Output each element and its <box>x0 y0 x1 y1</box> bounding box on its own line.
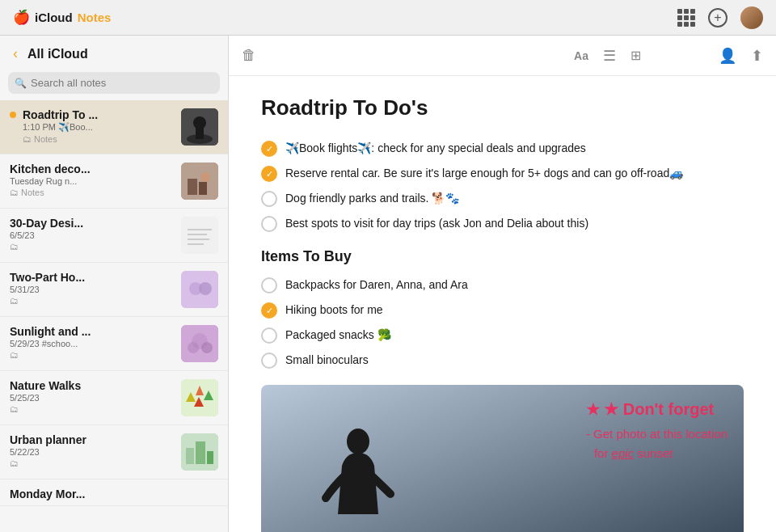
dont-forget-overlay: ★ ★ Don't forget - Get photo at this loc… <box>586 398 728 463</box>
list-item[interactable]: Two-Part Ho... 5/31/23 🗂 <box>0 263 228 317</box>
checklist-item: Small binoculars <box>261 352 744 369</box>
dont-forget-line2: - Get photo at this location <box>586 424 728 444</box>
note-thumbnail <box>181 217 218 254</box>
svg-rect-27 <box>196 441 205 464</box>
note-title: Kitchen deco... <box>10 163 175 175</box>
search-input[interactable] <box>8 72 220 94</box>
note-meta: 6/5/23 <box>10 230 175 240</box>
note-item-content: Monday Mor... <box>10 488 218 500</box>
search-icon: 🔍 <box>15 78 27 89</box>
list-item[interactable]: 30-Day Desi... 6/5/23 🗂 <box>0 209 228 263</box>
list-item[interactable]: Monday Mor... <box>0 479 228 506</box>
note-meta: 5/29/23 #schoo... <box>10 339 175 348</box>
checklist-item-text: Best spots to visit for day trips (ask J… <box>285 215 588 232</box>
svg-point-2 <box>193 116 206 129</box>
back-button[interactable]: ‹ <box>10 42 21 65</box>
note-item-content: Sunlight and ... 5/29/23 #schoo... 🗂 <box>10 325 175 360</box>
section-heading-buy: Items To Buy <box>261 248 744 265</box>
note-folder: 🗂 <box>10 296 175 306</box>
checklist-item: ✓ Hiking boots for me <box>261 302 744 319</box>
content-toolbar: 🗑 Aa ☰ ⊞ 👤 ⬆ <box>229 36 776 76</box>
list-item[interactable]: Nature Walks 5/25/23 🗂 <box>0 371 228 425</box>
folder-icon: 🗂 <box>10 296 19 306</box>
svg-point-7 <box>200 172 210 182</box>
notes-list: Roadtrip To ... 1:10 PM ✈️Boo... 🗂 Notes <box>0 100 228 532</box>
checkbox-checked[interactable]: ✓ <box>261 141 277 157</box>
export-button[interactable]: ⬆ <box>751 47 763 65</box>
icloud-label: iCloud <box>35 11 73 24</box>
add-note-button[interactable]: + <box>708 8 728 27</box>
note-title: Two-Part Ho... <box>10 271 175 284</box>
app-logo: 🍎 iCloud Notes <box>13 9 111 26</box>
note-thumbnail <box>181 163 218 200</box>
sidebar: ‹ All iCloud 🔍 Roadtrip To ... 1:10 PM ✈… <box>0 36 229 532</box>
svg-point-18 <box>188 342 199 353</box>
dont-forget-star: ★ <box>586 401 604 418</box>
note-content-area: 🗑 Aa ☰ ⊞ 👤 ⬆ Roadtrip To Do's ✓ ✈️Book f… <box>229 36 776 532</box>
checklist-item: Best spots to visit for day trips (ask J… <box>261 215 744 232</box>
note-thumbnail <box>181 271 218 308</box>
svg-point-29 <box>347 429 369 454</box>
folder-icon: 🗂 <box>23 134 32 144</box>
note-folder: 🗂 <box>10 404 175 414</box>
note-item-content: Two-Part Ho... 5/31/23 🗂 <box>10 271 175 306</box>
list-item[interactable]: Roadtrip To ... 1:10 PM ✈️Boo... 🗂 Notes <box>0 100 228 154</box>
app-grid-button[interactable] <box>677 9 695 27</box>
note-folder: 🗂 <box>10 350 175 360</box>
checkbox-unchecked[interactable] <box>261 277 277 293</box>
note-thumbnail <box>181 108 218 146</box>
folder-icon: 🗂 <box>10 458 19 468</box>
trash-button[interactable]: 🗑 <box>242 47 256 64</box>
checkbox-checked[interactable]: ✓ <box>261 302 277 319</box>
checklist-item: Dog friendly parks and trails. 🐕🐾 <box>261 190 744 207</box>
font-button[interactable]: Aa <box>574 49 588 62</box>
checklist-item-text: Dog friendly parks and trails. 🐕🐾 <box>285 190 459 207</box>
note-folder: 🗂 Notes <box>10 188 175 197</box>
folder-icon: 🗂 <box>10 188 19 197</box>
dont-forget-epic: epic <box>612 446 635 460</box>
note-item-content: Urban planner 5/22/23 🗂 <box>10 433 175 468</box>
note-title: 30-Day Desi... <box>10 217 175 230</box>
share-collaborators-button[interactable]: 👤 <box>719 47 736 65</box>
checklist-item: ✓ Reserve rental car. Be sure it's large… <box>261 165 744 182</box>
checkbox-unchecked[interactable] <box>261 216 277 232</box>
user-avatar[interactable] <box>740 6 763 29</box>
silhouette-figure <box>310 417 407 532</box>
svg-rect-26 <box>186 448 194 464</box>
checklist-item: Packaged snacks 🥦 <box>261 327 744 344</box>
note-title: Nature Walks <box>10 379 175 392</box>
checkbox-unchecked[interactable] <box>261 353 277 369</box>
note-meta: 5/22/23 <box>10 447 175 457</box>
note-folder: 🗂 <box>10 242 175 251</box>
note-image: ★ ★ Don't forget - Get photo at this loc… <box>261 385 744 532</box>
main-layout: ‹ All iCloud 🔍 Roadtrip To ... 1:10 PM ✈… <box>0 36 776 532</box>
note-thumbnail <box>181 325 218 362</box>
note-item-content: Roadtrip To ... 1:10 PM ✈️Boo... 🗂 Notes <box>23 108 175 144</box>
svg-rect-3 <box>196 128 204 139</box>
list-style-button[interactable]: ☰ <box>603 47 616 65</box>
svg-rect-5 <box>188 179 197 195</box>
checklist-item-text: Hiking boots for me <box>285 302 383 319</box>
table-button[interactable]: ⊞ <box>630 48 641 63</box>
notes-label: Notes <box>78 11 112 24</box>
note-thumbnail <box>181 379 218 416</box>
svg-rect-28 <box>207 451 213 464</box>
checkbox-checked[interactable]: ✓ <box>261 166 277 182</box>
checklist-item-text: Packaged snacks 🥦 <box>285 327 391 344</box>
list-item[interactable]: Kitchen deco... Tuesday Rug n... 🗂 Notes <box>0 154 228 209</box>
svg-point-19 <box>201 342 213 353</box>
note-meta: 1:10 PM ✈️Boo... <box>23 122 175 133</box>
checklist-item-text: ✈️Book flights✈️: check for any special … <box>285 140 586 157</box>
checkbox-unchecked[interactable] <box>261 191 277 207</box>
note-title: Monday Mor... <box>10 488 218 500</box>
note-title: Urban planner <box>10 433 175 446</box>
list-item[interactable]: Urban planner 5/22/23 🗂 <box>0 425 228 479</box>
svg-rect-6 <box>199 182 207 195</box>
note-item-content: Kitchen deco... Tuesday Rug n... 🗂 Notes <box>10 163 175 197</box>
note-item-content: Nature Walks 5/25/23 🗂 <box>10 379 175 414</box>
checkbox-unchecked[interactable] <box>261 327 277 344</box>
list-item[interactable]: Sunlight and ... 5/29/23 #schoo... 🗂 <box>0 317 228 371</box>
folder-icon: 🗂 <box>10 350 19 360</box>
svg-rect-20 <box>181 379 218 416</box>
checklist-buy: Backpacks for Daren, Anna, and Ara ✓ Hik… <box>261 277 744 369</box>
